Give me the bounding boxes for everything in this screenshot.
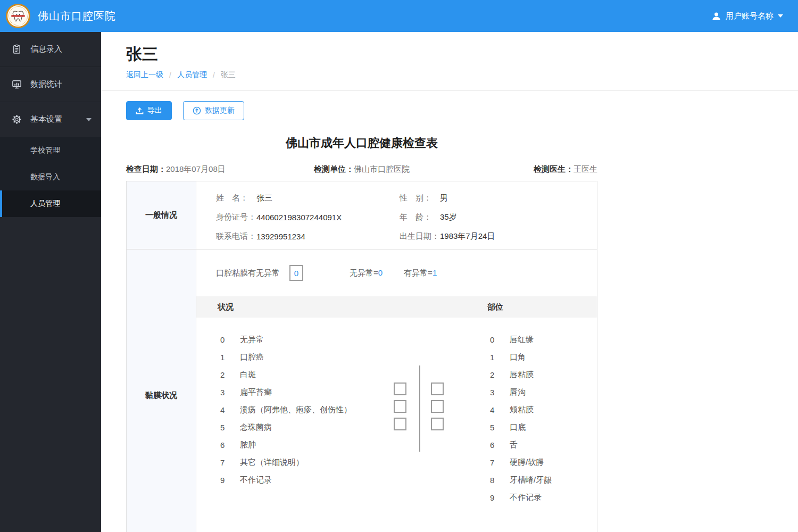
sidebar-item-label: 基本设置 — [30, 114, 62, 124]
item-code: 3 — [490, 388, 510, 397]
sidebar-nav: 信息录入 数据统计 — [0, 32, 101, 532]
sidebar-item-personnel-management[interactable]: 人员管理 — [0, 190, 101, 217]
breadcrumb-link-back[interactable]: 返回上一级 — [126, 70, 163, 80]
item-label: 扁平苔癣 — [240, 387, 272, 397]
sidebar-item-label: 学校管理 — [30, 146, 60, 155]
item-code: 1 — [490, 353, 510, 362]
field-value: 13929951234 — [256, 232, 305, 241]
location-checkbox-1[interactable] — [431, 383, 444, 395]
export-button[interactable]: 导出 — [126, 101, 172, 120]
legend-normal-label: 无异常= — [350, 268, 378, 277]
location-code-list: 0唇红缘 1口角 2唇粘膜 3唇沟 4颊粘膜 5口底 6舌 7硬腭/软腭 8牙槽… — [490, 331, 552, 506]
general-info-section: 一般情况 姓 名：张三 性 别：男 身份证号：44060219830724409… — [127, 181, 597, 250]
item-label: 唇红缘 — [510, 335, 534, 345]
sidebar-item-data-statistics[interactable]: 数据统计 — [0, 67, 101, 102]
sidebar-item-data-import[interactable]: 数据导入 — [0, 164, 101, 190]
item-code: 3 — [220, 388, 240, 397]
item-code: 5 — [490, 423, 510, 432]
item-code: 7 — [490, 458, 510, 467]
item-code: 6 — [490, 440, 510, 450]
legend-abnormal-label: 有异常= — [404, 268, 433, 277]
list-item: 0无异常 — [220, 331, 352, 348]
item-label: 不作记录 — [240, 475, 272, 485]
sidebar-item-info-entry[interactable]: 信息录入 — [0, 32, 101, 67]
list-item: 1口角 — [490, 348, 552, 366]
exam-date-label: 检查日期： — [126, 164, 166, 173]
list-item: 2白斑 — [220, 366, 352, 384]
list-item: 9不作记录 — [220, 471, 352, 489]
page-header: 张三 返回上一级 / 人员管理 / 张三 — [101, 32, 798, 80]
field-value: 1983年7月24日 — [440, 231, 495, 242]
list-item: 6脓肿 — [220, 436, 352, 454]
field-label: 姓 名： — [216, 193, 256, 203]
item-code: 7 — [220, 458, 240, 467]
item-label: 口腔癌 — [240, 352, 264, 362]
status-checkbox-3[interactable] — [394, 418, 406, 430]
section-label-mucosa: 黏膜状况 — [127, 250, 196, 532]
data-update-button-label: 数据更新 — [205, 106, 235, 115]
user-icon — [711, 11, 721, 21]
item-code: 4 — [490, 405, 510, 414]
item-label: 唇沟 — [510, 387, 526, 397]
field-value: 张三 — [256, 193, 272, 203]
sidebar-item-label: 人员管理 — [30, 199, 60, 209]
list-item: 4颊粘膜 — [490, 401, 552, 419]
item-code: 0 — [490, 335, 510, 344]
sidebar-item-school-management[interactable]: 学校管理 — [0, 137, 101, 164]
chevron-down-icon — [778, 14, 783, 18]
list-item: 4溃疡（阿弗他、疱疹、创伤性） — [220, 401, 352, 419]
sidebar-item-basic-settings[interactable]: 基本设置 — [0, 102, 101, 137]
user-account-menu[interactable]: 用户账号名称 — [711, 0, 783, 32]
sidebar-item-label: 数据导入 — [30, 172, 60, 182]
list-item: 8牙槽嵴/牙龈 — [490, 471, 552, 489]
item-label: 其它（详细说明） — [240, 458, 304, 468]
exam-date: 检查日期：2018年07月08日 — [126, 164, 314, 174]
section-label-general: 一般情况 — [127, 181, 196, 249]
exam-date-value: 2018年07月08日 — [166, 164, 226, 173]
list-item: 6舌 — [490, 436, 552, 454]
exam-unit-label: 检测单位： — [314, 164, 354, 173]
toolbar: 导出 数据更新 — [126, 101, 798, 120]
legend-abnormal: 有异常=1 — [404, 268, 437, 278]
status-checkbox-1[interactable] — [394, 383, 406, 395]
legend-abnormal-value: 1 — [433, 268, 437, 277]
item-label: 唇粘膜 — [510, 370, 534, 380]
exam-doctor: 检测医生：王医生 — [534, 164, 597, 174]
exam-unit-value: 佛山市口腔医院 — [354, 164, 410, 173]
code-list-header: 状况 部位 — [196, 296, 597, 318]
breadcrumb-separator: / — [169, 71, 171, 79]
settings-submenu: 学校管理 数据导入 人员管理 — [0, 137, 101, 217]
item-label: 脓肿 — [240, 440, 256, 450]
checkbox-column-divider — [419, 365, 420, 452]
clipboard-icon — [12, 44, 22, 54]
exam-doctor-label: 检测医生： — [534, 164, 573, 173]
list-item: 1口腔癌 — [220, 348, 352, 366]
stats-monitor-icon — [12, 79, 22, 89]
code-lists: 0无异常 1口腔癌 2白斑 3扁平苔癣 4溃疡（阿弗他、疱疹、创伤性） 5念珠菌… — [196, 318, 597, 532]
upload-icon — [136, 107, 144, 115]
location-checkbox-2[interactable] — [431, 400, 444, 413]
brand-title: 佛山市口腔医院 — [38, 9, 116, 23]
field-label: 年 龄： — [400, 212, 440, 222]
breadcrumb: 返回上一级 / 人员管理 / 张三 — [126, 70, 773, 80]
item-code: 4 — [220, 405, 240, 414]
location-checkbox-3[interactable] — [431, 418, 444, 430]
list-item: 7硬腭/软腭 — [490, 454, 552, 471]
location-header: 部位 — [487, 302, 503, 312]
status-checkbox-2[interactable] — [394, 400, 406, 413]
mucosa-question-value-box[interactable]: 0 — [289, 265, 303, 281]
app-window: 佛山市口腔医院 用户账号名称 信息录入 — [0, 0, 798, 532]
breadcrumb-link-personnel[interactable]: 人员管理 — [177, 70, 207, 80]
status-code-list: 0无异常 1口腔癌 2白斑 3扁平苔癣 4溃疡（阿弗他、疱疹、创伤性） 5念珠菌… — [220, 331, 352, 489]
form-title: 佛山市成年人口腔健康检查表 — [126, 136, 597, 151]
field-label: 身份证号： — [216, 212, 256, 222]
list-item: 5口底 — [490, 419, 552, 436]
item-label: 溃疡（阿弗他、疱疹、创伤性） — [240, 405, 352, 415]
item-label: 硬腭/软腭 — [510, 458, 544, 468]
field-value: 男 — [440, 193, 448, 203]
item-code: 8 — [490, 476, 510, 485]
data-update-button[interactable]: 数据更新 — [183, 101, 244, 120]
list-item: 9不作记录 — [490, 489, 552, 506]
status-header: 状况 — [218, 302, 234, 312]
item-label: 颊粘膜 — [510, 405, 534, 415]
